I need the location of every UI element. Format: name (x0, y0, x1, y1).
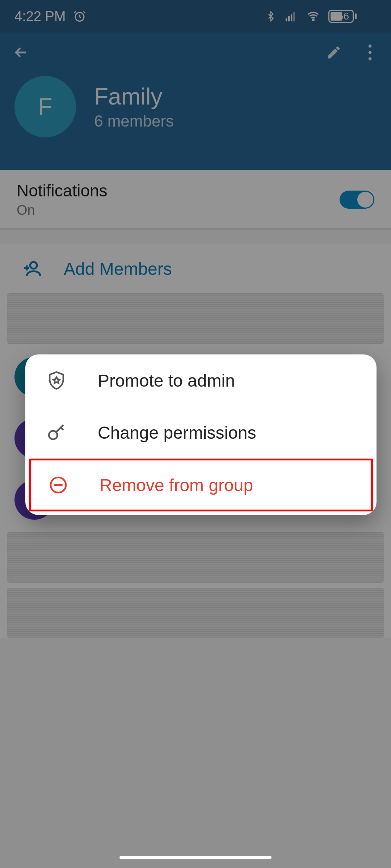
notifications-row[interactable]: Notifications On (0, 170, 391, 230)
group-header: F Family 6 members (0, 33, 391, 170)
menu-item-change-permissions[interactable]: Change permissions (25, 407, 377, 459)
status-bar: 4:22 PM 56 (0, 0, 391, 33)
add-members-button[interactable]: Add Members (0, 244, 391, 293)
status-time: 4:22 PM (14, 9, 66, 24)
member-row-redacted (7, 532, 384, 583)
add-user-icon (22, 259, 42, 279)
menu-item-label: Remove from group (100, 475, 253, 495)
svg-rect-2 (288, 16, 290, 21)
svg-rect-3 (291, 14, 292, 21)
svg-point-9 (30, 262, 37, 269)
notifications-value: On (17, 203, 108, 218)
svg-point-10 (49, 431, 57, 439)
signal-icon (283, 10, 298, 22)
menu-item-remove-from-group[interactable]: Remove from group (31, 460, 371, 510)
battery-percent: 56 (338, 10, 349, 22)
svg-rect-4 (293, 12, 295, 21)
svg-rect-1 (286, 18, 287, 22)
wifi-icon (305, 10, 321, 22)
more-options-button[interactable] (359, 42, 381, 63)
svg-point-7 (369, 51, 372, 54)
group-avatar[interactable]: F (14, 76, 76, 137)
group-subtitle: 6 members (94, 112, 174, 130)
content-area: Notifications On Add Members (0, 170, 391, 868)
menu-item-promote-admin[interactable]: Promote to admin (25, 354, 377, 407)
menu-item-label: Promote to admin (98, 371, 235, 391)
menu-item-label: Change permissions (98, 423, 256, 443)
key-icon (46, 422, 67, 443)
group-title: Family (94, 83, 174, 110)
member-row-redacted (7, 588, 384, 638)
svg-point-6 (369, 44, 372, 48)
add-members-label: Add Members (64, 259, 172, 279)
member-row-redacted (7, 293, 384, 344)
remove-circle-icon (47, 475, 69, 495)
home-indicator[interactable] (119, 856, 272, 859)
member-context-menu: Promote to admin Change permissions Remo… (25, 354, 377, 515)
svg-point-8 (369, 57, 372, 60)
notifications-label: Notifications (17, 181, 108, 200)
svg-point-5 (312, 19, 314, 21)
screen: 4:22 PM 56 (0, 0, 391, 868)
back-button[interactable] (10, 42, 32, 63)
edit-button[interactable] (323, 42, 345, 63)
bluetooth-icon (265, 9, 276, 23)
shield-star-icon (46, 370, 67, 391)
highlighted-action: Remove from group (29, 459, 373, 511)
avatar-letter: F (38, 93, 52, 120)
alarm-icon (73, 10, 86, 23)
notifications-toggle[interactable] (340, 191, 374, 209)
